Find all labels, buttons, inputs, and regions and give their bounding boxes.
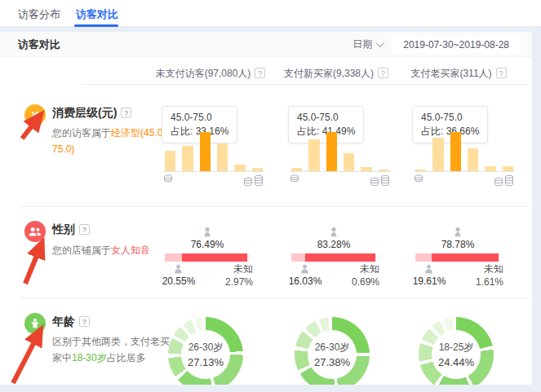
- date-range-value[interactable]: 2019-07-30~2019-08-28: [392, 36, 521, 54]
- gender-stacked-bar: [291, 253, 376, 262]
- age-person-icon: [24, 313, 46, 334]
- male-pct: 16.03%: [282, 275, 329, 287]
- male-pct: 19.61%: [406, 275, 453, 287]
- help-icon[interactable]: ?: [496, 68, 507, 78]
- male-icon: [173, 264, 184, 275]
- consumption-bar-chart: [415, 132, 513, 171]
- date-filter-dropdown[interactable]: 日期: [353, 37, 382, 51]
- consumption-cell-unpaid: 45.0-75.0 占比: 33.16%: [155, 106, 269, 192]
- tooltip-range: 45.0-75.0: [421, 111, 479, 125]
- female-icon: [202, 227, 213, 238]
- male-icon: [423, 264, 434, 275]
- unknown-block: 未知2.97%: [225, 262, 253, 288]
- female-icon: [328, 227, 339, 238]
- coin-small-icon: [414, 174, 423, 183]
- desc-text: 占比居多: [107, 352, 146, 363]
- unknown-label: 未知: [476, 262, 503, 275]
- donut-center: 26-30岁 27.13%: [181, 330, 230, 379]
- consumption-bar-chart: [291, 132, 389, 171]
- female-icon: [452, 227, 463, 238]
- gender-people-icon: [24, 221, 46, 242]
- row-title-gender: 性别?: [52, 222, 90, 237]
- column-header-old-buyers: 支付老买家(311人)?: [385, 67, 532, 81]
- desc-text: 您的店铺属于: [52, 244, 111, 256]
- chart-axis: [163, 171, 264, 172]
- donut-top-age-label: 18-25岁: [439, 341, 474, 355]
- age-cell-new-buyers: 26-30岁 27.38%: [282, 314, 396, 385]
- donut-center: 26-30岁 27.38%: [308, 330, 357, 379]
- visitor-compare-screen: 访客分布 访客对比 访客对比 日期 2019-07-30~2019-08-28 …: [0, 0, 541, 392]
- visitor-compare-card: 访客对比 日期 2019-07-30~2019-08-28 未支付访客(97,0…: [0, 32, 532, 385]
- chart-axis: [414, 171, 515, 172]
- yen-glyph: ¥: [32, 108, 38, 122]
- donut-top-age-pct: 27.38%: [314, 356, 350, 368]
- row-desc-consumption: 您的访客属于经济型(45.0-75.0): [52, 125, 168, 157]
- date-filter: 日期 2019-07-30~2019-08-28: [353, 32, 521, 57]
- male-icon: [299, 264, 310, 275]
- consumption-cell-new-buyers: 45.0-75.0 占比: 41.49%: [282, 106, 396, 192]
- row-title-consumption: 消费层级(元)?: [52, 106, 131, 121]
- row-title-label: 年龄: [52, 315, 75, 328]
- divider: [20, 206, 529, 207]
- panel-title: 访客对比: [18, 32, 60, 57]
- card-header: 访客对比 日期 2019-07-30~2019-08-28: [0, 32, 532, 57]
- age-donut-chart: 26-30岁 27.13%: [168, 317, 243, 385]
- female-pct: 83.28%: [291, 239, 376, 250]
- unknown-block: 未知1.61%: [476, 262, 503, 288]
- desc-text: 您的访客属于: [52, 127, 111, 139]
- gender-stacked-bar: [415, 253, 500, 262]
- coin-small-icon: [163, 174, 173, 183]
- column-header-label: 支付新买家(9,338人): [284, 68, 374, 79]
- gender-cell-old-buyers: 78.78% 19.61% 未知1.61%: [406, 227, 520, 292]
- coin-stack-icon: [370, 174, 391, 187]
- female-pct: 76.49%: [165, 239, 250, 250]
- row-title-age: 年龄?: [52, 315, 90, 329]
- help-icon[interactable]: ?: [121, 108, 131, 118]
- unknown-pct: 1.61%: [476, 275, 503, 288]
- column-header-label: 未支付访客(97,080人): [156, 68, 251, 79]
- desc-highlight: 女人知音: [111, 244, 150, 256]
- unknown-pct: 2.97%: [225, 275, 253, 288]
- consumption-cell-old-buyers: 45.0-75.0 占比: 36.66%: [406, 106, 520, 192]
- active-tab-underline: [74, 24, 118, 27]
- coin-stack-icon: [243, 174, 264, 187]
- donut-top-age-pct: 24.44%: [438, 356, 474, 368]
- gender-stacked-bar: [165, 253, 250, 262]
- divider: [20, 297, 529, 298]
- desc-highlight: 18-30岁: [72, 352, 107, 363]
- unknown-block: 未知0.69%: [352, 262, 379, 288]
- chevron-down-icon: [376, 39, 384, 47]
- row-title-label: 性别: [52, 222, 75, 236]
- donut-top-age-label: 26-30岁: [315, 341, 350, 355]
- tooltip-range: 45.0-75.0: [297, 111, 355, 125]
- divider: [82, 84, 529, 85]
- gender-cell-new-buyers: 83.28% 16.03% 未知0.69%: [282, 227, 396, 292]
- tab-bar: 访客分布 访客对比: [0, 0, 541, 27]
- unknown-label: 未知: [352, 262, 379, 275]
- unknown-pct: 0.69%: [352, 275, 379, 288]
- row-title-label: 消费层级(元): [52, 106, 117, 119]
- donut-top-age-label: 26-30岁: [188, 341, 224, 355]
- age-donut-chart: 26-30岁 27.38%: [295, 317, 370, 385]
- tab-visitor-compare[interactable]: 访客对比: [76, 7, 118, 22]
- gender-cell-unpaid: 76.49% 20.55% 未知2.97%: [155, 227, 269, 292]
- unknown-label: 未知: [225, 262, 253, 275]
- age-cell-old-buyers: 18-25岁 24.44%: [406, 314, 520, 385]
- help-icon[interactable]: ?: [79, 224, 90, 235]
- coin-stack-icon: [494, 174, 515, 187]
- age-cell-unpaid: 26-30岁 27.13%: [155, 314, 269, 385]
- column-header-unpaid-visitors: 未支付访客(97,080人)?: [137, 67, 284, 81]
- tab-visitor-distribution[interactable]: 访客分布: [18, 7, 60, 22]
- coin-small-icon: [290, 174, 299, 183]
- yen-icon: ¥: [24, 104, 46, 126]
- chart-axis: [290, 171, 391, 172]
- date-filter-label: 日期: [353, 37, 372, 51]
- female-pct: 78.78%: [415, 239, 500, 250]
- tooltip-range: 45.0-75.0: [171, 111, 228, 125]
- column-header-label: 支付老买家(311人): [410, 68, 491, 79]
- consumption-bar-chart: [165, 132, 263, 171]
- male-pct: 20.55%: [155, 275, 202, 287]
- donut-top-age-pct: 27.13%: [188, 356, 224, 368]
- age-donut-chart: 18-25岁 24.44%: [419, 317, 494, 385]
- help-icon[interactable]: ?: [79, 316, 90, 327]
